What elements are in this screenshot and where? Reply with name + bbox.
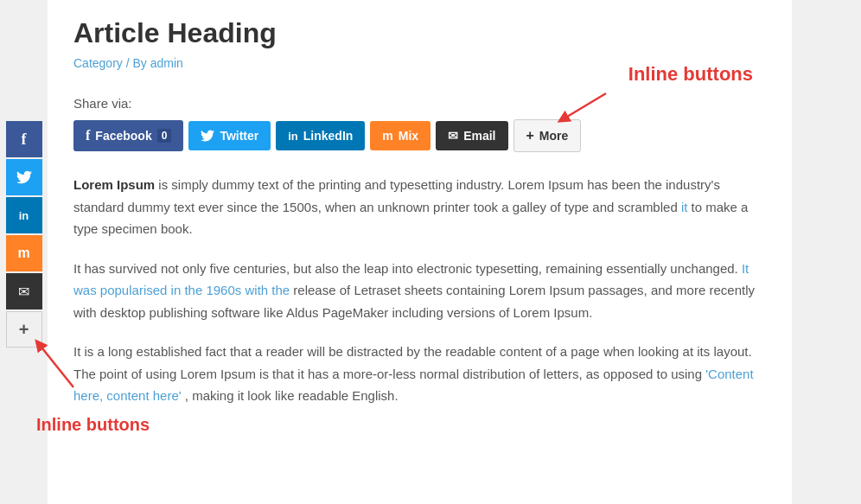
sidebar-linkedin-button[interactable]: in — [6, 197, 42, 233]
floating-buttons-label: Inline buttons — [36, 415, 150, 435]
share-linkedin-button[interactable]: in LinkedIn — [276, 121, 365, 150]
floating-arrow — [30, 331, 78, 392]
linkedin-label: LinkedIn — [303, 129, 354, 143]
plus-icon: + — [526, 128, 534, 144]
share-buttons-container: Inline buttons f Facebook 0 Twitter — [73, 119, 757, 152]
floating-sidebar: f in m ✉ + Inline buttons — [0, 0, 48, 504]
share-label: Share via: — [73, 96, 757, 111]
share-facebook-button[interactable]: f Facebook 0 — [73, 120, 183, 151]
more-label: More — [539, 129, 568, 143]
paragraph-3: It is a long established fact that a rea… — [73, 341, 757, 407]
mix-icon: m — [382, 129, 392, 143]
facebook-icon: f — [86, 128, 90, 144]
article-body: Lorem Ipsum is simply dummy text of the … — [73, 174, 757, 407]
svg-line-1 — [39, 344, 73, 387]
sidebar-mix-button[interactable]: m — [6, 235, 42, 271]
main-content: Article Heading Category / By admin Shar… — [48, 0, 792, 504]
share-email-button[interactable]: ✉ Email — [436, 121, 507, 150]
share-mix-button[interactable]: m Mix — [370, 121, 430, 150]
paragraph-2: It has survived not only five centuries,… — [73, 258, 757, 324]
lorem-ipsum-bold: Lorem Ipsum — [73, 177, 155, 192]
email-icon: ✉ — [448, 129, 458, 143]
twitter-label: Twitter — [220, 129, 258, 143]
share-twitter-button[interactable]: Twitter — [188, 121, 271, 150]
sidebar-twitter-button[interactable] — [6, 159, 42, 195]
inline-arrow — [545, 89, 615, 124]
linkedin-icon: in — [288, 130, 298, 143]
facebook-label: Facebook — [95, 129, 151, 143]
share-section: Share via: Inline buttons f Facebook 0 — [73, 96, 757, 152]
inline-buttons-label: Inline buttons — [628, 63, 753, 86]
right-panel — [792, 0, 861, 504]
sidebar-email-button[interactable]: ✉ — [6, 273, 42, 309]
article-heading: Article Heading — [73, 17, 757, 49]
svg-line-3 — [563, 93, 606, 119]
mix-label: Mix — [399, 129, 418, 143]
share-more-button[interactable]: + More — [513, 119, 582, 152]
twitter-icon — [201, 130, 214, 142]
email-label: Email — [463, 129, 495, 143]
sidebar-facebook-button[interactable]: f — [6, 121, 42, 157]
facebook-count: 0 — [157, 129, 172, 143]
paragraph-1: Lorem Ipsum is simply dummy text of the … — [73, 174, 757, 240]
